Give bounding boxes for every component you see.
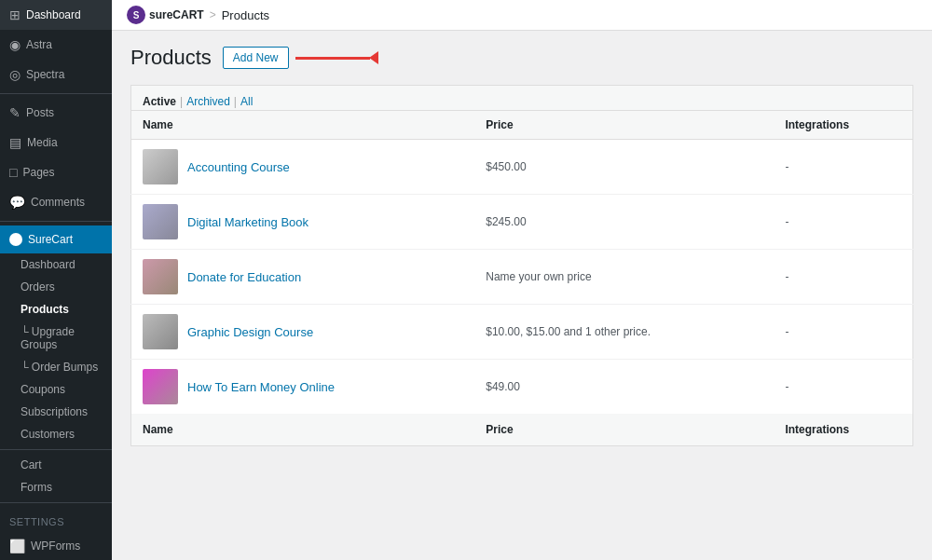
dashboard-icon: ⊞ [9, 7, 21, 22]
product-price-cell-3: $10.00, $15.00 and 1 other price. [474, 305, 774, 360]
table-row: Digital Marketing Book $245.00- [131, 195, 913, 250]
sidebar-item-dashboard[interactable]: ⊞ Dashboard [0, 0, 112, 30]
surecart-logo: S sureCART [127, 6, 204, 24]
col-header-integrations: Integrations [774, 111, 912, 140]
sidebar-sub-sc-customers[interactable]: Customers [0, 423, 112, 445]
sidebar-sub-sc-orders[interactable]: Orders [0, 276, 112, 298]
main-content: S sureCART > Products Products Add New A… [112, 0, 932, 560]
product-thumbnail [143, 204, 178, 239]
filter-tab-active[interactable]: Active [143, 93, 176, 110]
product-price-cell-1: $245.00 [474, 195, 774, 250]
sidebar-item-wpforms[interactable]: ⬜ WPForms [0, 531, 112, 560]
sidebar: ⊞ Dashboard ◉ Astra ◎ Spectra ✎ Posts ▤ … [0, 0, 112, 560]
sidebar-sub-sc-products[interactable]: Products [0, 298, 112, 321]
sidebar-item-astra[interactable]: ◉ Astra [0, 30, 112, 60]
product-link[interactable]: Graphic Design Course [187, 325, 313, 339]
sidebar-sub-sc-upgrade-groups[interactable]: └ Upgrade Groups [0, 321, 112, 356]
product-thumbnail [143, 149, 178, 184]
sidebar-item-posts[interactable]: ✎ Posts [0, 98, 112, 128]
table-row: Donate for Education Name your own price… [131, 250, 913, 305]
table-row: Accounting Course $450.00- [131, 140, 913, 195]
sidebar-sub-sc-coupons[interactable]: Coupons [0, 378, 112, 401]
page-title: Products [130, 46, 212, 70]
col-header-name: Name [131, 111, 475, 140]
product-link[interactable]: Accounting Course [187, 160, 290, 174]
product-price-cell-0: $450.00 [474, 140, 774, 195]
filter-tab-archived[interactable]: Archived [186, 93, 230, 110]
add-new-arrow-annotation [295, 51, 378, 64]
product-link[interactable]: Digital Marketing Book [187, 215, 308, 229]
sidebar-item-surecart[interactable]: SureCart [0, 225, 112, 253]
product-name-cell-4: How To Earn Money Online [131, 360, 475, 415]
footer-name-label: Name [131, 414, 475, 446]
product-name-cell-1: Digital Marketing Book [131, 195, 475, 250]
comments-icon: 💬 [9, 195, 25, 210]
astra-icon: ◉ [9, 37, 21, 52]
filter-tab-all[interactable]: All [240, 93, 253, 110]
footer-price-label: Price [474, 414, 774, 446]
product-integrations-cell-0: - [774, 140, 912, 195]
add-new-button[interactable]: Add New [223, 47, 289, 69]
spectra-icon: ◎ [9, 67, 21, 82]
product-integrations-cell-2: - [774, 250, 912, 305]
add-new-button-container: Add New [223, 47, 289, 69]
sidebar-sub-cart[interactable]: Cart [0, 454, 112, 476]
products-table: Name Price Integrations Accounting Cours… [130, 110, 913, 446]
product-thumbnail [143, 259, 178, 294]
product-integrations-cell-4: - [774, 360, 912, 415]
topbar: S sureCART > Products [112, 0, 932, 31]
product-thumbnail [143, 369, 178, 404]
product-name-cell-2: Donate for Education [131, 250, 475, 305]
product-link[interactable]: Donate for Education [187, 270, 301, 284]
table-row: Graphic Design Course $10.00, $15.00 and… [131, 305, 913, 360]
page-content: Products Add New Active | Archived | All… [112, 31, 932, 461]
sidebar-sub-sc-dashboard[interactable]: Dashboard [0, 253, 112, 276]
product-price-cell-4: $49.00 [474, 360, 774, 415]
sidebar-item-media[interactable]: ▤ Media [0, 128, 112, 157]
page-header: Products Add New [130, 46, 913, 70]
breadcrumb-separator: > [210, 8, 216, 21]
pages-icon: □ [9, 165, 17, 180]
table-row: How To Earn Money Online $49.00- [131, 360, 913, 415]
product-integrations-cell-3: - [774, 305, 912, 360]
sidebar-item-spectra[interactable]: ◎ Spectra [0, 60, 112, 89]
product-price-cell-2: Name your own price [474, 250, 774, 305]
product-name-cell-0: Accounting Course [131, 140, 475, 195]
posts-icon: ✎ [9, 105, 21, 120]
filter-tabs: Active | Archived | All [130, 85, 913, 110]
product-thumbnail [143, 314, 178, 349]
product-link[interactable]: How To Earn Money Online [187, 380, 335, 394]
sc-logo-icon: S [127, 6, 145, 24]
col-header-price: Price [474, 111, 774, 140]
sidebar-sub-forms[interactable]: Forms [0, 476, 112, 499]
footer-integrations-label: Integrations [774, 414, 912, 446]
media-icon: ▤ [9, 135, 21, 150]
sidebar-sub-sc-order-bumps[interactable]: └ Order Bumps [0, 356, 112, 378]
wpforms-icon: ⬜ [9, 539, 25, 553]
breadcrumb: Products [222, 8, 269, 22]
sidebar-item-pages[interactable]: □ Pages [0, 157, 112, 187]
product-integrations-cell-1: - [774, 195, 912, 250]
product-name-cell-3: Graphic Design Course [131, 305, 475, 360]
sidebar-item-comments[interactable]: 💬 Comments [0, 187, 112, 217]
sidebar-sub-sc-subscriptions[interactable]: Subscriptions [0, 401, 112, 423]
settings-section-label: Settings [0, 507, 112, 531]
surecart-icon [9, 233, 22, 246]
